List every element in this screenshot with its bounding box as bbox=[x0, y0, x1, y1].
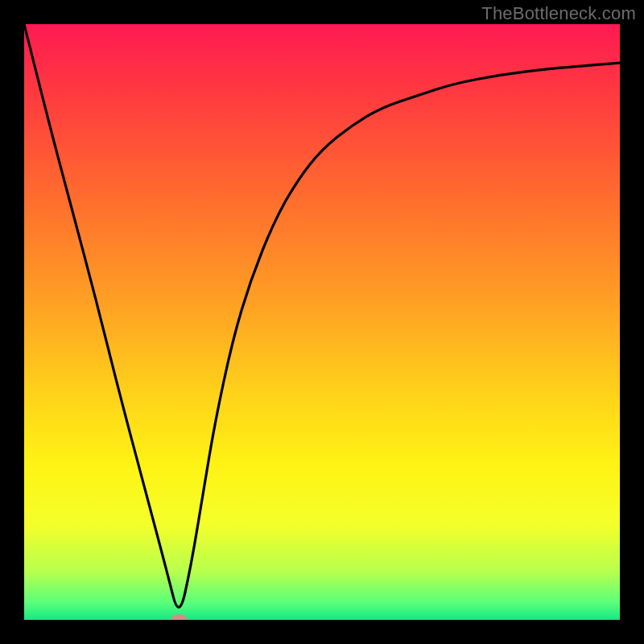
gradient-background bbox=[24, 24, 620, 620]
chart-frame: TheBottleneck.com bbox=[0, 0, 644, 644]
watermark-text: TheBottleneck.com bbox=[481, 3, 636, 24]
plot-area bbox=[24, 24, 620, 620]
chart-svg bbox=[24, 24, 620, 620]
